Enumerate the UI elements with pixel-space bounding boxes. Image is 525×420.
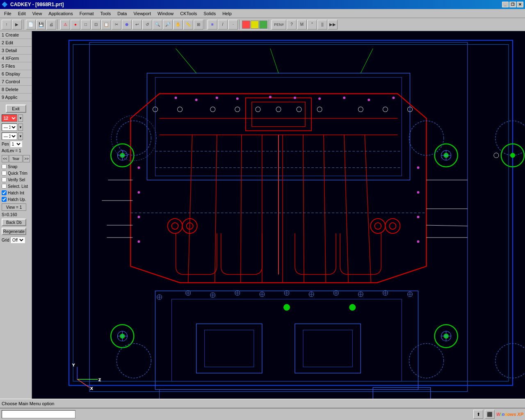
bottom-btn1[interactable]: ⬆ xyxy=(473,410,483,419)
menu-file[interactable]: File xyxy=(1,10,15,17)
close-button[interactable]: ✕ xyxy=(517,2,523,7)
color-arrow[interactable]: ▼ xyxy=(18,114,23,122)
regenerate-button[interactable]: Regenerate xyxy=(2,228,26,235)
svg-point-57 xyxy=(216,97,218,99)
toolbar-pan[interactable]: ✋ xyxy=(173,20,183,30)
tear-right-button[interactable]: >> xyxy=(23,155,30,162)
toolbar-copy[interactable]: 📋 xyxy=(101,20,111,30)
menu-format[interactable]: Format xyxy=(76,10,97,17)
menu-edit[interactable]: Edit xyxy=(15,10,29,17)
sidebar-item-xform[interactable]: 4 XForm xyxy=(0,55,32,62)
toolbar-sep4 xyxy=(239,20,241,30)
color-swatch-green[interactable] xyxy=(259,21,267,29)
bottom-btn2[interactable]: ⬛ xyxy=(485,410,495,419)
cad-drawing: Y Z X xyxy=(32,31,525,399)
hatchint-checkbox[interactable] xyxy=(2,190,7,195)
minimize-button[interactable]: _ xyxy=(502,2,509,7)
actlev-label: ActLev = 1 xyxy=(2,148,30,153)
tear-left-button[interactable]: << xyxy=(2,155,9,162)
menu-help[interactable]: Help xyxy=(219,10,235,17)
toolbar-select-rect[interactable]: ⊡ xyxy=(91,20,101,30)
menu-data[interactable]: Data xyxy=(114,10,130,17)
line-style-select1[interactable]: — 1 xyxy=(2,123,17,131)
toolbar-arrow-up[interactable]: ↑ xyxy=(2,20,11,30)
toolbar-zoom-out[interactable]: 🔎 xyxy=(163,20,173,30)
toolbar-undo[interactable]: ↩ xyxy=(132,20,142,30)
svg-point-56 xyxy=(195,99,198,101)
menu-view[interactable]: View xyxy=(29,10,46,17)
grid-select[interactable]: Off On xyxy=(10,237,25,243)
sidebar-item-display[interactable]: 6 Display xyxy=(0,70,32,78)
svg-point-37 xyxy=(349,304,356,310)
toolbar-measure[interactable]: 📏 xyxy=(183,20,193,30)
svg-point-59 xyxy=(269,96,272,98)
line-style-arrow2[interactable]: ▼ xyxy=(18,132,23,140)
toolbar-line[interactable]: / xyxy=(218,20,228,30)
toolbar-new[interactable]: 📄 xyxy=(26,20,36,30)
backdb-button[interactable]: Back Db xyxy=(2,219,26,226)
sidebar-item-edit[interactable]: 2 Edit xyxy=(0,39,32,47)
toolbar-fastfwd[interactable]: ▶▶ xyxy=(328,20,338,30)
tear-row: << Tear >> xyxy=(2,155,30,162)
color-swatch-yellow[interactable] xyxy=(251,21,259,29)
menu-applications[interactable]: Applications xyxy=(45,10,76,17)
quicktrim-checkbox[interactable] xyxy=(2,171,7,176)
scale-label: S=0.160 xyxy=(2,212,30,217)
sidebar-item-delete[interactable]: 8 Delete xyxy=(0,86,32,94)
menu-solids[interactable]: Solids xyxy=(200,10,219,17)
menu-cktools[interactable]: CKTools xyxy=(177,10,200,17)
svg-point-62 xyxy=(343,97,345,99)
cad-viewport[interactable]: Y Z X xyxy=(32,31,525,399)
toolbar-print[interactable]: 🖨 xyxy=(46,20,56,30)
toolbar-quote[interactable]: " xyxy=(307,20,317,30)
toolbar-zoom-in[interactable]: 🔍 xyxy=(153,20,162,30)
toolbar-warn[interactable]: ⚠ xyxy=(60,20,70,30)
toolbar-help[interactable]: ? xyxy=(287,20,297,30)
line-style-arrow1[interactable]: ▼ xyxy=(18,123,23,131)
toolbar-pen-label: PEN# xyxy=(272,20,286,30)
toolbar-grid[interactable]: ⊞ xyxy=(194,20,203,30)
line-style-select2[interactable]: — 1 xyxy=(2,132,17,140)
toolbar-sep3 xyxy=(205,20,206,30)
menu-window[interactable]: Window xyxy=(154,10,177,17)
view-button[interactable]: View = 1 xyxy=(2,203,26,211)
snap-checkbox[interactable] xyxy=(2,164,7,169)
toolbar-m[interactable]: M xyxy=(297,20,307,30)
hatchint-row: Hatch Int xyxy=(2,190,30,195)
exit-button[interactable]: Exit xyxy=(6,105,26,113)
pen-label: Pen xyxy=(2,142,9,146)
sidebar-item-control[interactable]: 7 Control xyxy=(0,78,32,86)
sidebar-item-detail[interactable]: 3 Detail xyxy=(0,47,32,55)
verifysel-checkbox[interactable] xyxy=(2,177,7,182)
toolbar-sep1 xyxy=(23,20,25,30)
toolbar-snap[interactable]: ⊕ xyxy=(122,20,132,30)
restore-button[interactable]: ❐ xyxy=(509,2,516,7)
toolbar-cut[interactable]: ✂ xyxy=(112,20,121,30)
toolbar-rect[interactable]: □ xyxy=(81,20,91,30)
tear-middle-button[interactable]: Tear xyxy=(9,155,23,162)
toolbar-circle[interactable]: ● xyxy=(71,20,80,30)
toolbar-redo[interactable]: ↺ xyxy=(142,20,152,30)
sidebar-item-applic[interactable]: 9 Applic xyxy=(0,94,32,101)
svg-point-140 xyxy=(510,153,515,158)
line-style-row2: — 1 ▼ xyxy=(2,132,30,140)
toolbar-snap2[interactable]: ⋅ xyxy=(228,20,238,30)
svg-text:Y: Y xyxy=(72,363,75,367)
color-swatch-red[interactable] xyxy=(242,21,250,29)
svg-point-55 xyxy=(175,97,177,99)
selectlist-checkbox[interactable] xyxy=(2,184,7,189)
color-select[interactable]: 12 xyxy=(2,114,17,122)
menu-tools[interactable]: Tools xyxy=(97,10,114,17)
sidebar-item-create[interactable]: 1 Create xyxy=(0,31,32,39)
sidebar-item-files[interactable]: 5 Files xyxy=(0,62,32,70)
toolbar-hatch[interactable]: ≡ xyxy=(208,20,217,30)
hatchup-checkbox[interactable] xyxy=(2,197,7,202)
pen-select[interactable]: 1 xyxy=(10,141,22,147)
toolbar-pause[interactable]: || xyxy=(317,20,327,30)
toolbar-arrow-right[interactable]: ▶ xyxy=(12,20,22,30)
svg-point-71 xyxy=(417,216,420,218)
toolbar-save[interactable]: 💾 xyxy=(36,20,46,30)
bottombar: ⬆ ⬛ Windows XP xyxy=(0,408,525,420)
coord-display xyxy=(2,410,75,418)
menu-viewport[interactable]: Viewport xyxy=(130,10,154,17)
